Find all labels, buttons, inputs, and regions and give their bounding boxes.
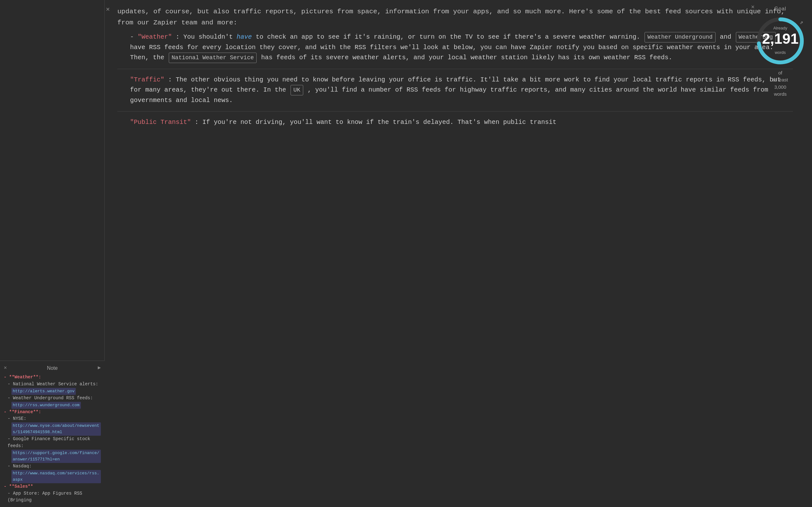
note-link-nws[interactable]: http://alerts.weather.gov <box>11 388 76 395</box>
section-divider <box>117 69 793 69</box>
traffic-keyword: "Traffic" <box>130 76 164 83</box>
transit-list-item: "Public Transit" : If you're not driving… <box>130 117 793 127</box>
goal-close-btn[interactable]: ✕ <box>751 3 755 12</box>
main-content: updates, of course, but also traffic rep… <box>105 0 812 507</box>
list-item: - App Store: App Figures RSS (Bringing <box>4 490 101 504</box>
intro-paragraph: updates, of course, but also traffic rep… <box>117 6 793 28</box>
note-panel-close-btn[interactable]: ✕ <box>4 364 7 372</box>
list-marker: - <box>130 33 138 41</box>
list-item: - **Weather**: <box>4 374 101 381</box>
list-item: - **Sales** <box>4 483 101 490</box>
weather-list-item: - "Weather" : You shouldn't have to chec… <box>130 32 793 63</box>
note-panel: ✕ Note ▶ - **Weather**: - National Weath… <box>0 360 105 507</box>
note-link-google-finance[interactable]: https://support.google.com/finance/answe… <box>11 450 101 463</box>
note-finance-header: - **Finance**: <box>4 409 41 414</box>
goal-word-count: 2,191 <box>762 31 798 47</box>
list-item: - National Weather Service alerts: <box>4 381 101 388</box>
list-item: - Nasdaq: <box>4 463 101 470</box>
main-close-btn[interactable]: ✕ <box>106 4 110 14</box>
list-item: - Weather Underground RSS feeds: <box>4 395 101 402</box>
goal-at-least-label: at least <box>773 77 788 82</box>
goal-of-text: of at least 3,000 words <box>773 69 788 98</box>
note-link-wunder[interactable]: http://rss.wunderground.com <box>11 402 81 409</box>
have-keyword: have <box>237 33 252 41</box>
list-item: http://alerts.weather.gov <box>4 388 101 395</box>
goal-target-words: 3,000 <box>774 84 786 90</box>
list-item: - NYSE: <box>4 415 101 422</box>
list-item: http://rss.wunderground.com <box>4 402 101 409</box>
list-item: https://support.google.com/finance/answe… <box>4 450 101 463</box>
note-weather-header: - **Weather**: <box>4 375 41 380</box>
goal-circle-inner: Already 2,191 words <box>762 25 798 57</box>
note-list: - **Weather**: - National Weather Servic… <box>4 374 101 504</box>
goal-label: Goal <box>774 5 786 13</box>
transit-keyword: "Public Transit" <box>130 118 191 126</box>
list-item: - Google Finance Specific stock feeds: <box>4 436 101 449</box>
weather-underground-badge[interactable]: Weather Underground <box>645 32 715 43</box>
note-panel-expand-btn[interactable]: ▶ <box>98 364 101 372</box>
goal-share-btn[interactable]: ⇗ <box>800 18 803 27</box>
text-block: updates, of course, but also traffic rep… <box>117 6 793 127</box>
list-item: http://www.nasdaq.com/services/rss.aspx <box>4 470 101 483</box>
note-link-nasdaq[interactable]: http://www.nasdaq.com/services/rss.aspx <box>11 470 101 483</box>
note-panel-header: ✕ Note ▶ <box>4 364 101 372</box>
goal-of-label: of <box>778 70 782 75</box>
note-link-nyse[interactable]: http://www.nyse.com/about/newsevents/114… <box>11 422 101 436</box>
nws-badge[interactable]: National Weather Service <box>169 53 257 63</box>
weather-text5: has feeds of its severe weather alerts, … <box>261 54 672 61</box>
weather-text2: to check an app to see if it's raining, … <box>256 33 644 41</box>
note-sales-header: - **Sales** <box>4 484 33 489</box>
transit-text1: : If you're not driving, you'll want to … <box>195 118 556 126</box>
uk-badge[interactable]: UK <box>291 85 303 95</box>
goal-target-words-label: words <box>774 91 786 97</box>
weather-text1: : You shouldn't <box>176 33 237 41</box>
goal-panel: ✕ Goal Already 2,191 words ⇗ of at least… <box>749 0 812 103</box>
list-item: http://www.nyse.com/about/newsevents/114… <box>4 422 101 436</box>
list-item: - **Finance**: <box>4 409 101 416</box>
goal-words-label: words <box>775 50 786 55</box>
section-divider-2 <box>117 111 793 112</box>
note-panel-title: Note <box>9 364 96 372</box>
traffic-list-item: "Traffic" : The other obvious thing you … <box>130 75 793 106</box>
weather-and: and <box>720 33 735 41</box>
weather-keyword: "Weather" <box>138 33 172 41</box>
goal-circle: Already 2,191 words ⇗ <box>755 15 806 66</box>
